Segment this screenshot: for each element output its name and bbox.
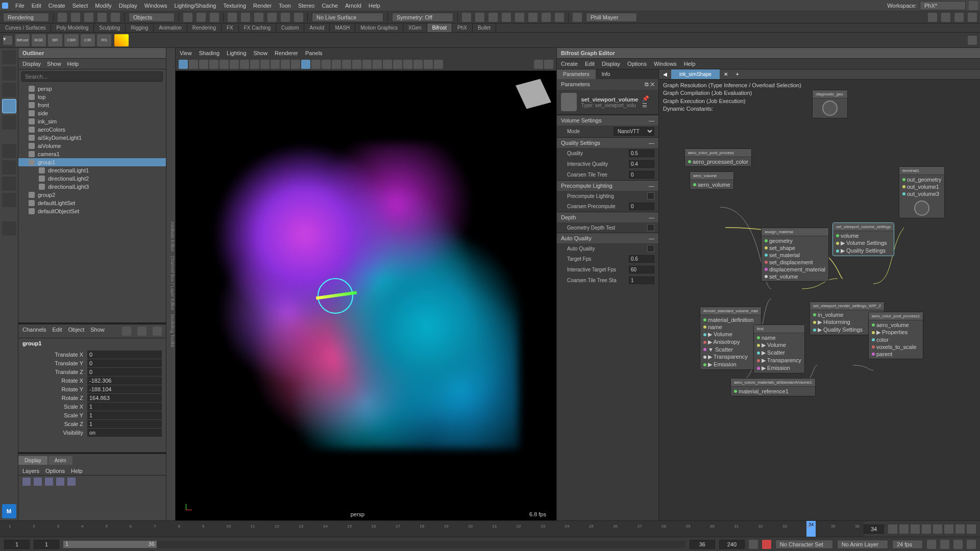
menu-arnold[interactable]: Arnold <box>345 3 361 9</box>
menu-display[interactable]: Display <box>119 3 137 9</box>
vp-icon-mblur[interactable] <box>362 60 372 69</box>
outliner-display[interactable]: Display <box>22 61 41 67</box>
menu-create[interactable]: Create <box>48 3 65 9</box>
tree-item[interactable]: defaultLightSet <box>18 199 166 207</box>
shelf-tab[interactable]: Animation <box>154 23 187 32</box>
menu-edit[interactable]: Edit <box>32 3 41 9</box>
snap-grid-icon[interactable] <box>228 13 237 22</box>
shelf-tab[interactable]: Bifrost <box>427 23 452 32</box>
outliner-help[interactable]: Help <box>67 61 79 67</box>
script-icon[interactable] <box>967 540 976 549</box>
vp-shading[interactable]: Shading <box>199 50 219 56</box>
layer-icon5[interactable] <box>67 478 76 486</box>
menu-select[interactable]: Select <box>72 3 88 9</box>
light-editor-icon[interactable] <box>528 13 537 22</box>
selection-mode[interactable]: Objects <box>129 13 175 22</box>
lasso-icon[interactable] <box>197 13 206 22</box>
cb-channels[interactable]: Channels <box>22 327 46 336</box>
layer-tab-display[interactable]: Display <box>18 456 47 465</box>
vp-icon-bookmark[interactable] <box>199 60 208 69</box>
view-cube[interactable] <box>516 79 551 109</box>
vp-icon-shadow[interactable] <box>332 60 341 69</box>
graph-node[interactable]: Arnold_standard_volume_matmaterial_defin… <box>700 307 762 370</box>
shelf-tab[interactable]: Bullet <box>473 23 496 32</box>
tree-item[interactable]: top <box>18 93 166 101</box>
vp-renderer[interactable]: Renderer <box>275 50 298 56</box>
cb-show[interactable]: Show <box>90 327 105 336</box>
range-end[interactable] <box>719 540 745 549</box>
tl-play-icon[interactable] <box>933 524 942 534</box>
tl-start-icon[interactable] <box>888 524 897 534</box>
shelf-tab[interactable]: FX <box>222 23 239 32</box>
cb-icon3[interactable] <box>153 327 162 336</box>
move-tool[interactable] <box>2 83 16 97</box>
tl-end-icon[interactable] <box>967 524 976 534</box>
param-checkbox[interactable] <box>647 245 654 252</box>
audio-icon[interactable] <box>940 540 949 549</box>
shelf-tab[interactable]: Poly Modeling <box>51 23 94 32</box>
graph-edit[interactable]: Edit <box>585 61 595 67</box>
shelf-tab[interactable]: MASH <box>330 23 355 32</box>
menu-texturing[interactable]: Texturing <box>223 3 246 9</box>
param-section[interactable]: Depth— <box>557 212 658 222</box>
vp-icon-res[interactable] <box>260 60 270 69</box>
menu-file[interactable]: File <box>15 3 24 9</box>
user-name[interactable]: Phill Mayer <box>586 13 637 22</box>
shelf-gear-icon[interactable] <box>968 36 977 45</box>
vp-icon-cam[interactable] <box>189 60 198 69</box>
param-select[interactable]: NanoVTT <box>614 127 654 136</box>
render-settings-icon[interactable] <box>502 13 511 22</box>
vp-icon-wire[interactable] <box>291 60 300 69</box>
shelf-tab[interactable]: XGen <box>403 23 427 32</box>
param-checkbox[interactable] <box>647 192 654 199</box>
graph-node[interactable]: diagnostic_geo <box>812 90 848 118</box>
timeline[interactable]: 34 1234567891011121314151617181920212223… <box>0 520 980 537</box>
shelf-tab[interactable]: FX Caching <box>239 23 276 32</box>
pref-icon[interactable] <box>927 540 936 549</box>
ui-toggle-4[interactable] <box>968 13 977 22</box>
app-logo[interactable] <box>2 3 8 9</box>
vp-panels[interactable]: Panels <box>305 50 323 56</box>
anim-layer[interactable]: No Anim Layer <box>837 540 888 549</box>
graph-close-icon[interactable]: ✕ <box>720 69 732 79</box>
menu-toon[interactable]: Toon <box>279 3 291 9</box>
ui-toggle-3[interactable] <box>954 13 964 22</box>
snap-live-icon[interactable] <box>294 13 303 22</box>
open-scene-icon[interactable] <box>71 13 80 22</box>
char-set[interactable]: No Character Set <box>775 540 833 549</box>
param-input[interactable] <box>629 171 654 179</box>
graph-options[interactable]: Options <box>627 61 647 67</box>
rotate-manipulator[interactable] <box>317 278 353 314</box>
shelf-button[interactable]: RS <box>97 34 111 46</box>
graph-node[interactable]: aero_colors_materials_aiStandardVolume1m… <box>730 378 816 396</box>
search-tool[interactable] <box>2 221 16 236</box>
snap-proj-icon[interactable] <box>267 13 277 22</box>
graph-node[interactable]: terminal1out_geometryout_volume1out_volu… <box>899 166 945 218</box>
shelf-tab[interactable]: Sculpting <box>94 23 126 32</box>
layers-options[interactable]: Options <box>45 468 65 474</box>
outliner-tree[interactable]: persptopfrontsideink_simaeroColorsaiSkyD… <box>18 84 166 322</box>
tree-item[interactable]: persp <box>18 85 166 93</box>
channel-value[interactable] <box>87 429 162 437</box>
vp-icon-gamma[interactable] <box>424 60 433 69</box>
node-pin-icon[interactable]: 📌 ☰ <box>642 95 654 109</box>
tree-item[interactable]: directionalLight3 <box>18 183 166 191</box>
snap-curve-icon[interactable] <box>241 13 250 22</box>
vp-icon-iso[interactable] <box>383 60 392 69</box>
save-scene-icon[interactable] <box>84 13 93 22</box>
graph-back-icon[interactable]: ◀ <box>659 69 671 79</box>
range-end-vis[interactable] <box>690 540 715 549</box>
play-icon[interactable] <box>542 13 551 22</box>
tree-item[interactable]: ink_sim <box>18 117 166 126</box>
vp-icon-ao[interactable] <box>342 60 351 69</box>
channel-value[interactable] <box>87 420 162 428</box>
shelf-button[interactable]: BR <box>48 34 62 46</box>
tree-item[interactable]: camera1 <box>18 150 166 158</box>
shelf-tab[interactable]: Rendering <box>187 23 222 32</box>
range-start-vis[interactable] <box>4 540 30 549</box>
layer-icon3[interactable] <box>45 478 53 486</box>
select-tool[interactable] <box>2 50 16 64</box>
tree-item[interactable]: directionalLight2 <box>18 174 166 183</box>
layout-four[interactable] <box>2 160 16 174</box>
shelf-play-icon[interactable] <box>114 34 129 46</box>
